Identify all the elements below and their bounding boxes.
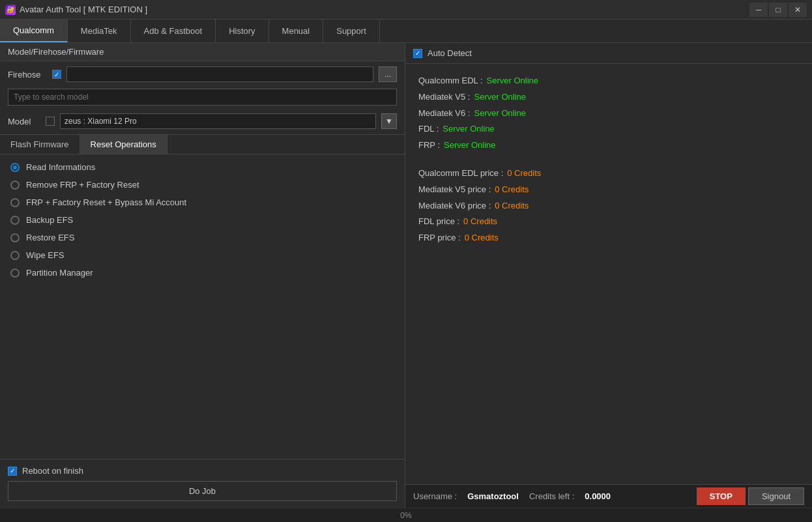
right-panel: Auto Detect Qualcomm EDL : Server Online… xyxy=(405,43,812,508)
stop-button[interactable]: STOP xyxy=(697,487,746,505)
radio-circle-remove-frp xyxy=(10,181,20,190)
model-checkbox[interactable] xyxy=(46,117,55,126)
frp-label: FRP : xyxy=(418,139,440,152)
main-content: Model/Firehose/Firmware Firehose ... Mod… xyxy=(0,43,812,508)
firehose-input[interactable] xyxy=(66,66,373,82)
titlebar-left: 🔐 Avatar Auth Tool [ MTK EDITION ] xyxy=(5,5,147,15)
radio-backup-efs[interactable]: Backup EFS xyxy=(10,215,394,225)
reboot-row: Reboot on finish xyxy=(8,466,397,476)
fdl-value: Server Online xyxy=(442,123,494,136)
mediatek-v6-value: Server Online xyxy=(474,107,526,121)
user-info: Username : Gsmatoztool Credits left : 0.… xyxy=(413,491,611,501)
fdl-status: FDL : Server Online xyxy=(418,123,799,136)
action-tabs: Flash Firmware Reset Operations xyxy=(0,134,405,154)
frp-price-value: 0 Credits xyxy=(465,231,499,245)
fdl-price: FDL price : 0 Credits xyxy=(418,215,799,229)
firehose-checkbox[interactable] xyxy=(52,70,61,79)
radio-label-wipe-efs: Wipe EFS xyxy=(26,250,65,260)
status-bar: Username : Gsmatoztool Credits left : 0.… xyxy=(405,484,812,508)
radio-restore-efs[interactable]: Restore EFS xyxy=(10,233,394,242)
radio-label-remove-frp: Remove FRP + Factory Reset xyxy=(26,180,139,190)
credits-label: Credits left : xyxy=(529,491,574,501)
radio-list: Read Informations Remove FRP + Factory R… xyxy=(0,154,405,459)
fdl-price-value: 0 Credits xyxy=(463,215,497,229)
mediatek-v5-price-label: Mediatek V5 price : xyxy=(418,183,491,197)
tab-adb-fastboot[interactable]: Adb & Fastboot xyxy=(131,20,216,42)
mediatek-v6-price-label: Mediatek V6 price : xyxy=(418,199,491,213)
model-dropdown-button[interactable]: ▼ xyxy=(381,113,397,129)
radio-label-backup-efs: Backup EFS xyxy=(26,215,73,225)
model-label: Model xyxy=(8,117,40,126)
tab-menual[interactable]: Menual xyxy=(269,20,324,42)
mediatek-v6-price: Mediatek V6 price : 0 Credits xyxy=(418,199,799,213)
auto-detect-label: Auto Detect xyxy=(428,48,472,58)
reboot-label: Reboot on finish xyxy=(22,466,83,476)
titlebar-title: Avatar Auth Tool [ MTK EDITION ] xyxy=(20,5,147,14)
firehose-row: Firehose ... xyxy=(0,61,405,87)
server-info: Qualcomm EDL : Server Online Mediatek V5… xyxy=(405,64,812,484)
firehose-browse-button[interactable]: ... xyxy=(379,66,397,82)
radio-circle-restore-efs xyxy=(10,233,20,242)
minimize-button[interactable]: ─ xyxy=(749,3,768,17)
model-row: Model ▼ xyxy=(0,111,405,134)
model-input[interactable] xyxy=(60,113,376,129)
auto-detect-row: Auto Detect xyxy=(405,43,812,64)
tab-mediatek[interactable]: MediaTek xyxy=(68,20,131,42)
radio-label-restore-efs: Restore EFS xyxy=(26,233,74,242)
section-header: Model/Firehose/Firmware xyxy=(0,43,405,61)
tab-history[interactable]: History xyxy=(216,20,268,42)
qualcomm-edl-price-label: Qualcomm EDL price : xyxy=(418,167,503,181)
do-job-button[interactable]: Do Job xyxy=(8,481,397,501)
qualcomm-edl-price: Qualcomm EDL price : 0 Credits xyxy=(418,167,799,181)
signout-button[interactable]: Signout xyxy=(748,487,804,505)
username-label: Username : xyxy=(413,491,457,501)
mediatek-v6-status: Mediatek V6 : Server Online xyxy=(418,107,799,121)
fdl-price-label: FDL price : xyxy=(418,215,459,229)
tab-qualcomm[interactable]: Qualcomm xyxy=(0,20,68,42)
credits-value: 0.0000 xyxy=(585,491,611,501)
mediatek-v6-label: Mediatek V6 : xyxy=(418,107,471,121)
frp-price-label: FRP price : xyxy=(418,231,461,245)
frp-value: Server Online xyxy=(444,139,495,152)
radio-circle-read-info xyxy=(10,163,20,172)
radio-read-info[interactable]: Read Informations xyxy=(10,162,394,172)
username-value: Gsmatoztool xyxy=(467,491,519,501)
left-panel: Model/Firehose/Firmware Firehose ... Mod… xyxy=(0,43,405,508)
qualcomm-edl-status: Qualcomm EDL : Server Online xyxy=(418,74,799,88)
progress-bar-area: 0% xyxy=(0,508,812,522)
fdl-label: FDL : xyxy=(418,123,439,136)
reboot-checkbox[interactable] xyxy=(8,467,17,476)
radio-wipe-efs[interactable]: Wipe EFS xyxy=(10,250,394,260)
status-buttons: STOP Signout xyxy=(697,487,804,505)
radio-label-partition-manager: Partition Manager xyxy=(26,268,93,278)
main-tabs: Qualcomm MediaTek Adb & Fastboot History… xyxy=(0,20,812,43)
maximize-button[interactable]: □ xyxy=(769,3,787,17)
titlebar: 🔐 Avatar Auth Tool [ MTK EDITION ] ─ □ ✕ xyxy=(0,0,812,20)
search-row xyxy=(0,87,405,111)
auto-detect-checkbox[interactable] xyxy=(413,49,422,58)
qualcomm-edl-price-value: 0 Credits xyxy=(507,167,541,181)
mediatek-v6-price-value: 0 Credits xyxy=(495,199,529,213)
progress-text: 0% xyxy=(400,511,411,520)
left-bottom: Reboot on finish Do Job xyxy=(0,459,405,508)
frp-status: FRP : Server Online xyxy=(418,139,799,152)
radio-remove-frp[interactable]: Remove FRP + Factory Reset xyxy=(10,180,394,190)
mediatek-v5-value: Server Online xyxy=(474,91,526,104)
mediatek-v5-status: Mediatek V5 : Server Online xyxy=(418,91,799,104)
model-search-input[interactable] xyxy=(8,89,397,106)
radio-circle-wipe-efs xyxy=(10,251,20,260)
radio-partition-manager[interactable]: Partition Manager xyxy=(10,268,394,278)
firehose-label: Firehose xyxy=(8,70,47,80)
tab-support[interactable]: Support xyxy=(323,20,380,42)
mediatek-v5-price: Mediatek V5 price : 0 Credits xyxy=(418,183,799,197)
radio-circle-backup-efs xyxy=(10,216,20,225)
close-button[interactable]: ✕ xyxy=(789,3,807,17)
app-icon: 🔐 xyxy=(5,5,16,15)
mediatek-v5-label: Mediatek V5 : xyxy=(418,91,471,104)
spacer xyxy=(418,155,799,164)
tab-flash-firmware[interactable]: Flash Firmware xyxy=(0,135,80,154)
radio-frp-factory[interactable]: FRP + Factory Reset + Bypass Mi Account xyxy=(10,197,394,207)
tab-reset-operations[interactable]: Reset Operations xyxy=(80,135,167,154)
qualcomm-edl-label: Qualcomm EDL : xyxy=(418,74,483,88)
mediatek-v5-price-value: 0 Credits xyxy=(495,183,529,197)
